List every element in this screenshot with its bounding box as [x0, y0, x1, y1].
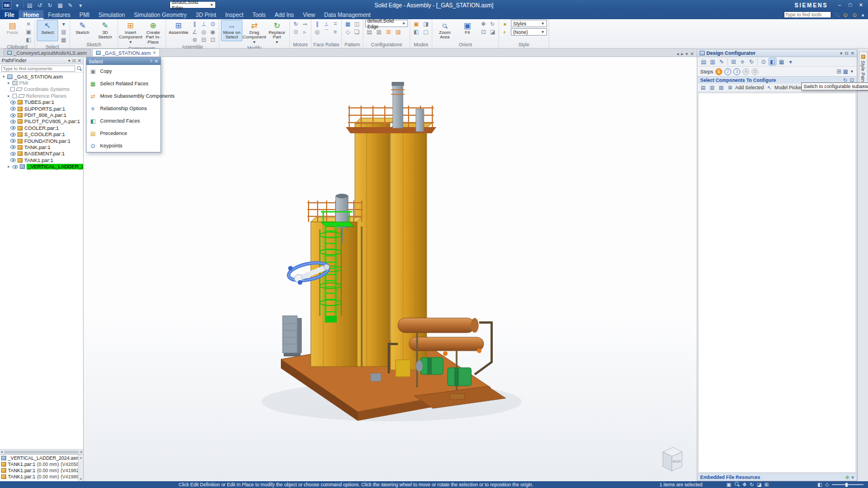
menu-item-connected-faces[interactable]: ◧ Connected Faces	[86, 115, 160, 127]
preview-eye-icon[interactable]: ⊙	[760, 58, 767, 66]
tab-features[interactable]: Features	[44, 10, 75, 19]
tree-item-part[interactable]: TANK1.par:1	[0, 157, 83, 163]
fit-button[interactable]: ▣ Fit	[457, 20, 478, 41]
tab-3d-print[interactable]: 3D Print	[191, 10, 220, 19]
app-menu-arrow-icon[interactable]: ▾	[13, 2, 21, 9]
visibility-eye-icon[interactable]	[12, 165, 18, 169]
collapse-caret-icon[interactable]: ▾	[2, 75, 6, 79]
face-overrides-dropdown[interactable]: (None) ▼	[511, 28, 547, 36]
match-coordinate-icon[interactable]: ⊡	[209, 36, 217, 43]
tree-item-part[interactable]: PDIT_808_A.par:1	[0, 112, 83, 118]
display-configurations-icon[interactable]: ▤	[365, 28, 374, 36]
view-cube-face-label[interactable]: BACK	[673, 460, 682, 463]
linear-motor-icon[interactable]: ⇒	[301, 20, 309, 28]
align-faces-icon[interactable]: ∥	[313, 20, 322, 28]
select-filter-icon[interactable]: ▥	[59, 28, 68, 36]
visibility-eye-icon[interactable]	[10, 139, 16, 143]
tree-item-part[interactable]: BASEMENT.par:1	[0, 151, 83, 157]
tree-item-reference-planes[interactable]: ▸ Reference Planes	[0, 93, 83, 99]
zoom-icon[interactable]	[734, 481, 740, 488]
tree-item-part[interactable]: FOUNDATION.par:1	[0, 138, 83, 144]
step-4-button[interactable]: 4	[743, 68, 749, 75]
tab-simulation-geometry[interactable]: Simulation Geometry	[129, 10, 191, 19]
assemble-button[interactable]: ⊞ Assemble	[168, 20, 189, 41]
display-mode-icon[interactable]: ◧	[818, 482, 823, 487]
close-button[interactable]: ✕	[856, 1, 866, 9]
common-views-icon[interactable]: ⊡	[479, 28, 488, 36]
mate-relation-icon[interactable]: ∥	[190, 20, 199, 28]
tree-item-part[interactable]: TUBES.par:1	[0, 99, 83, 106]
zoom-slider[interactable]	[832, 484, 863, 485]
visibility-eye-icon[interactable]	[10, 152, 16, 156]
add-selected-button[interactable]: ⊞ Add Selected	[727, 84, 764, 91]
sketch-button[interactable]: ✎ Sketch	[72, 20, 93, 41]
tab-home[interactable]: Home	[19, 10, 44, 19]
angle-relation-icon[interactable]: ∠	[190, 28, 199, 36]
edit-icon[interactable]: ✎	[66, 2, 75, 9]
simulate-motor-icon[interactable]: ▹	[301, 28, 309, 36]
visibility-eye-icon[interactable]	[10, 120, 16, 124]
scroll-up-icon[interactable]: ▴	[80, 455, 81, 459]
perpendicular-faces-icon[interactable]: ⊥	[322, 20, 331, 28]
gas-station-3d-model[interactable]	[84, 57, 697, 481]
view-cube[interactable]: BACK	[658, 445, 684, 474]
mirror-icon[interactable]: ◫	[353, 20, 361, 28]
step-3-button[interactable]: 3	[734, 68, 740, 75]
step-2-button[interactable]: 2	[724, 68, 731, 75]
pattern-icon[interactable]: ▦	[344, 20, 352, 28]
menu-item-precedence[interactable]: ▤ Precedence	[86, 127, 160, 140]
insert-component-button[interactable]: ⊞ Insert Component ▼	[120, 20, 141, 45]
configure-mode-icon[interactable]: ◧	[769, 58, 776, 66]
wireframe-style-icon[interactable]: ◐	[501, 28, 509, 36]
perspective-icon[interactable]: ◇	[825, 482, 829, 487]
move-on-select-button[interactable]: ↔ Move on Select	[221, 20, 242, 41]
format-painter-icon[interactable]: ◧	[24, 36, 33, 43]
rotation-motor-icon[interactable]: ↻	[292, 20, 300, 28]
community-smiley-icon[interactable]: ☺	[852, 11, 858, 18]
pathfinder-horizontal-scrollbar[interactable]: ◂ ▸	[0, 449, 83, 454]
tree-item-part[interactable]: COOLER.par:1	[0, 125, 83, 131]
expand-caret-icon[interactable]: ▸	[7, 81, 11, 85]
clone-icon[interactable]: ❏	[353, 28, 361, 36]
list-desc-icon[interactable]: ▥	[709, 84, 715, 91]
scroll-right-icon[interactable]: ▸	[80, 450, 83, 454]
fit-view-icon[interactable]: ▣	[726, 482, 731, 487]
selection-list-item[interactable]: TANK1.par:1 (0.00 mm) (V41982)	[0, 468, 78, 474]
select-options-icon[interactable]: ▾	[59, 20, 68, 28]
panel-dock-icon[interactable]: ▾	[840, 51, 843, 56]
minimize-button[interactable]: –	[835, 1, 844, 9]
visibility-eye-icon[interactable]	[10, 114, 16, 117]
visibility-checkbox[interactable]	[10, 87, 15, 91]
app-logo[interactable]: SE	[2, 1, 11, 9]
customize-qat-icon[interactable]: ▾	[76, 2, 85, 9]
link-icon[interactable]: ≡	[739, 58, 747, 66]
list-view-icon[interactable]: ▦	[843, 68, 848, 75]
refresh-icon[interactable]: ↻	[748, 58, 756, 66]
visibility-eye-icon[interactable]	[10, 133, 16, 137]
tab-tools[interactable]: Tools	[248, 10, 270, 19]
new-config-icon[interactable]: ▤	[700, 58, 708, 66]
find-tools-search-input[interactable]	[784, 11, 831, 18]
tree-item-coordinate-systems[interactable]: Coordinate Systems	[0, 86, 83, 93]
selection-list-item[interactable]: _VERTICAL_LADDER_2024.asm:1	[0, 455, 78, 461]
tree-item-pmi[interactable]: ▸ PMI	[0, 80, 83, 86]
drag-component-button[interactable]: ⇄ Drag Component ▼	[244, 20, 265, 45]
tree-item-part[interactable]: SUPPORTS.par:1	[0, 106, 83, 112]
zoom-area-button[interactable]: Zoom Area	[434, 20, 455, 41]
visibility-eye-icon[interactable]	[10, 145, 16, 149]
visibility-eye-icon[interactable]	[10, 158, 16, 162]
menu-item-keypoints[interactable]: ⊙ Keypoints	[86, 140, 160, 152]
gear-relation-icon[interactable]: ⊛	[190, 36, 199, 43]
tangent-faces-icon[interactable]: ⌒	[322, 28, 331, 36]
tab-pmi[interactable]: PMI	[75, 10, 94, 19]
table-icon[interactable]: ⊞	[730, 58, 737, 66]
copy-icon[interactable]: ▣	[24, 28, 33, 36]
grid-view-icon[interactable]: ⊞	[836, 68, 841, 75]
menu-item-relationship-options[interactable]: ≡ Relationship Options	[86, 102, 160, 115]
doc-tab-conveyor[interactable]: _ConveyorLayoutModeXLS.asm	[3, 49, 91, 56]
tab-add-ins[interactable]: Add Ins	[270, 10, 298, 19]
exploded-view-icon[interactable]: ⊞	[384, 28, 393, 36]
save-icon[interactable]: ▤	[25, 2, 34, 9]
visibility-eye-icon[interactable]	[10, 126, 16, 130]
designed-mode-icon[interactable]: ◧	[412, 28, 420, 36]
